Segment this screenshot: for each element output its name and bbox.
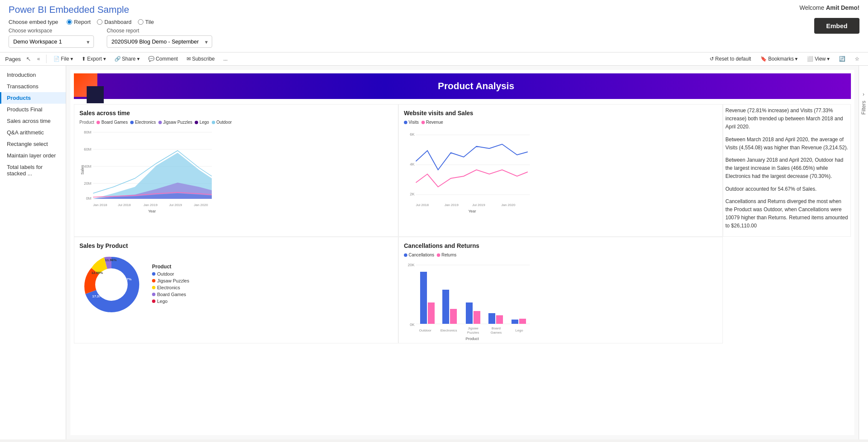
radio-report[interactable]: Report — [67, 19, 91, 25]
embed-button[interactable]: Embed — [814, 18, 859, 34]
reset-icon: ↺ — [710, 56, 714, 62]
svg-rect-42 — [442, 290, 449, 324]
svg-text:Jul 2018: Jul 2018 — [416, 203, 429, 207]
donut-row: 54.67% 17.37% 12.98% 11.96% Product — [79, 253, 393, 317]
svg-rect-40 — [420, 272, 427, 324]
refresh-btn[interactable]: 🔄 — [836, 54, 849, 64]
svg-text:Jul 2019: Jul 2019 — [169, 203, 182, 207]
svg-text:Year: Year — [148, 209, 156, 213]
collapse-filters-btn[interactable]: › — [863, 91, 865, 97]
svg-text:Jan 2020: Jan 2020 — [501, 203, 515, 207]
sales-time-chart: Sales across time Product Board Games El… — [74, 104, 398, 237]
legend-boardgames-p: Board Games — [152, 292, 189, 297]
insight-3: Between January 2018 and April 2020, Out… — [725, 156, 848, 181]
svg-text:Board: Board — [491, 326, 500, 330]
legend-outdoor: Outdoor — [152, 271, 189, 276]
view-icon: ⬜ — [807, 56, 813, 62]
website-visits-title: Website visits and Sales — [404, 110, 717, 116]
svg-text:12.98%: 12.98% — [91, 271, 103, 275]
svg-text:54.67%: 54.67% — [120, 277, 132, 281]
legend-lego-p: Lego — [152, 299, 189, 304]
report-label: Choose report — [107, 28, 212, 34]
svg-text:Jul 2018: Jul 2018 — [118, 203, 131, 207]
legend-outdoor: Outdoor — [212, 120, 232, 125]
star-icon: ☆ — [855, 56, 859, 62]
sales-time-svg: 80M 60M 40M 20M 0M — [79, 127, 216, 212]
bottom-right-spacer — [723, 237, 851, 343]
sidebar-item-sales-time[interactable]: Sales across time — [0, 115, 66, 127]
svg-text:0K: 0K — [410, 323, 415, 327]
comment-btn[interactable]: 💬 Comment — [145, 54, 181, 64]
svg-rect-47 — [496, 315, 503, 324]
svg-rect-49 — [519, 319, 526, 324]
embed-type-label: Choose embed type — [9, 19, 58, 25]
reset-btn[interactable]: ↺ Reset to default — [706, 54, 754, 64]
svg-text:Jul 2019: Jul 2019 — [472, 203, 485, 207]
bookmark-icon: 🔖 — [760, 56, 767, 62]
legend-revenue: Revenue — [421, 120, 443, 125]
sidebar-item-transactions[interactable]: Transactions — [0, 81, 66, 92]
sidebar-item-rectangle[interactable]: Rectangle select — [0, 138, 66, 150]
export-btn[interactable]: ⬆ Export ▾ — [78, 54, 109, 64]
sales-product-chart: Sales by Product — [74, 237, 398, 343]
main-layout: Introduction Transactions Products Produ… — [0, 66, 868, 439]
legend-jigsaw: Jigsaw Puzzles — [158, 120, 192, 125]
report-content: Product Analysis Sales across time Produ… — [70, 70, 854, 435]
collapse-sidebar-btn[interactable]: « — [35, 55, 43, 63]
workspace-dropdown-wrapper: Demo Workspace 1 — [9, 35, 94, 48]
file-icon: 📄 — [53, 56, 60, 62]
sidebar-item-maintain[interactable]: Maintain layer order — [0, 150, 66, 161]
separator-1 — [46, 55, 47, 63]
star-btn[interactable]: ☆ — [851, 54, 863, 64]
svg-text:4K: 4K — [410, 162, 415, 166]
sales-time-title: Sales across time — [79, 110, 393, 116]
sidebar-item-total-labels[interactable]: Total labels for stacked ... — [0, 161, 66, 179]
sales-time-legend: Product Board Games Electronics Jigsaw P… — [79, 120, 393, 125]
subscribe-btn[interactable]: ✉ Subscribe — [183, 54, 218, 64]
comment-icon: 💬 — [148, 56, 155, 62]
insight-panel: Revenue (72.81% increase) and Visits (77… — [723, 104, 851, 237]
radio-tile[interactable]: Tile — [138, 19, 154, 25]
svg-text:Jan 2018: Jan 2018 — [93, 203, 107, 207]
export-icon: ⬆ — [82, 56, 86, 62]
svg-text:Jan 2019: Jan 2019 — [444, 203, 459, 207]
svg-rect-44 — [466, 302, 473, 324]
legend-electronics: Electronics — [130, 120, 156, 125]
cancellations-svg: 20K 0K — [404, 260, 532, 337]
svg-text:Outdoor: Outdoor — [419, 329, 432, 332]
legend-jigsaw-p: Jigsaw Puzzles — [152, 278, 189, 283]
svg-text:2K: 2K — [410, 192, 415, 196]
report-header-banner: Product Analysis — [74, 73, 851, 99]
cursor-icon: ↖ — [26, 55, 31, 62]
filters-panel[interactable]: › Filters — [859, 66, 868, 439]
toolbar-right: ↺ Reset to default 🔖 Bookmarks ▾ ⬜ View … — [706, 54, 863, 64]
svg-rect-41 — [428, 302, 435, 324]
svg-text:Games: Games — [491, 331, 502, 334]
workspace-dropdown[interactable]: Demo Workspace 1 — [9, 35, 94, 48]
view-btn[interactable]: ⬜ View ▾ — [804, 54, 833, 64]
sidebar-item-products[interactable]: Products — [0, 92, 66, 104]
website-visits-svg: 6K 4K 2K Jul 2018 Jan 2019 Jul 2019 J — [404, 127, 532, 212]
svg-rect-46 — [488, 313, 495, 324]
svg-text:20M: 20M — [84, 181, 91, 186]
report-dropdown[interactable]: 2020SU09 Blog Demo - September — [107, 35, 212, 48]
insight-2: Between March 2018 and April 2020, the a… — [725, 136, 848, 152]
file-btn[interactable]: 📄 File ▾ — [50, 54, 76, 64]
app-title: Power BI Embedded Sample — [9, 4, 212, 15]
sidebar-item-qa[interactable]: Q&A arithmetic — [0, 127, 66, 138]
sidebar: Introduction Transactions Products Produ… — [0, 66, 66, 439]
radio-dashboard[interactable]: Dashboard — [97, 19, 132, 25]
sidebar-item-introduction[interactable]: Introduction — [0, 69, 66, 81]
share-btn[interactable]: 🔗 Share ▾ — [111, 54, 143, 64]
legend-board-games: Board Games — [96, 120, 128, 125]
more-btn[interactable]: ... — [220, 54, 231, 64]
subscribe-icon: ✉ — [187, 56, 191, 62]
donut-chart: 54.67% 17.37% 12.98% 11.96% — [79, 253, 143, 317]
sidebar-item-products-final[interactable]: Products Final — [0, 104, 66, 115]
svg-text:80M: 80M — [84, 130, 91, 134]
bookmarks-btn[interactable]: 🔖 Bookmarks ▾ — [757, 54, 801, 64]
product-legend: Product Outdoor Jigsaw Puzzles — [152, 264, 189, 305]
report-area: Product Analysis Sales across time Produ… — [66, 66, 859, 439]
svg-rect-43 — [450, 309, 457, 324]
svg-text:Jigsaw: Jigsaw — [468, 326, 479, 330]
